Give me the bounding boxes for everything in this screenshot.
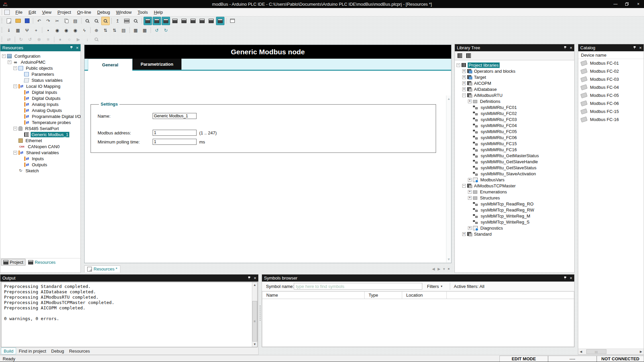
library-item-sysmbmrtu-fc16[interactable]: −sysMbMRtu_FC16 bbox=[455, 146, 574, 153]
device-in-icon[interactable]: ⇅ bbox=[101, 26, 110, 35]
print-preview-button[interactable] bbox=[131, 17, 140, 25]
resources-item-parameters[interactable]: −Parameters bbox=[0, 71, 80, 77]
view-resources-toggle[interactable] bbox=[153, 17, 161, 25]
modbus-address-input[interactable] bbox=[153, 130, 197, 136]
debug-find-icon[interactable] bbox=[92, 35, 101, 44]
tab-scroll-left-icon[interactable]: ◀ bbox=[432, 267, 435, 271]
tab-project[interactable]: Project bbox=[1, 259, 25, 265]
resources-item-digital-inputs[interactable]: −⇄Digital Inputs bbox=[0, 89, 80, 95]
expand-icon[interactable]: + bbox=[462, 232, 466, 236]
pointer-icon[interactable]: + bbox=[32, 26, 40, 35]
menu-help[interactable]: Help bbox=[151, 9, 166, 15]
catalog-item-modbus-fc-05[interactable]: Modbus FC-05 bbox=[578, 91, 644, 99]
library-item-enumerations[interactable]: +Enumerations bbox=[455, 189, 574, 195]
download-code-icon[interactable]: ⇓ bbox=[5, 26, 13, 35]
collapse-icon[interactable]: − bbox=[13, 66, 17, 70]
hot-restart-icon[interactable]: ↻ bbox=[17, 35, 25, 44]
resources-item-canopen-can0[interactable]: −CANCANopen CAN0 bbox=[0, 143, 80, 149]
undo-button[interactable]: ↶ bbox=[35, 17, 43, 25]
stop-icon[interactable]: ▪ bbox=[44, 26, 52, 35]
expand-icon[interactable]: + bbox=[462, 69, 466, 73]
scroll-right-icon[interactable]: ▶ bbox=[638, 350, 644, 353]
navigate-forward-icon[interactable]: ↻ bbox=[162, 26, 170, 35]
restore-layout-button[interactable] bbox=[228, 17, 236, 25]
memory-table-icon[interactable]: ▤ bbox=[119, 26, 128, 35]
library-item-sysmbmrtu-getslavestatus[interactable]: −sysMbMRtu_GetSlaveStatus bbox=[455, 165, 574, 171]
library-item-operators-and-blocks[interactable]: +Operators and blocks bbox=[455, 68, 574, 74]
record-icon-2[interactable]: ◉ bbox=[62, 26, 70, 35]
menu-tools[interactable]: Tools bbox=[135, 9, 151, 15]
menu-file[interactable]: File bbox=[12, 9, 25, 15]
view-oscilloscope-toggle[interactable] bbox=[180, 17, 188, 25]
grid-alt-icon[interactable]: ▦ bbox=[141, 26, 149, 35]
collapse-icon[interactable]: − bbox=[8, 60, 11, 64]
catalog-item-modbus-fc-04[interactable]: Modbus FC-04 bbox=[578, 83, 644, 91]
close-icon[interactable]: × bbox=[639, 46, 642, 50]
catalog-item-modbus-fc-06[interactable]: Modbus FC-06 bbox=[578, 99, 644, 107]
pin-icon[interactable] bbox=[70, 46, 73, 50]
library-item-sysmbmrtu-getmasterstatus[interactable]: −sysMbMRtu_GetMasterStatus bbox=[455, 153, 574, 159]
close-button[interactable]: × bbox=[633, 0, 644, 8]
library-item-sysmbmrtu-slaveactivation[interactable]: −sysMbMRtu_SlaveActivation bbox=[455, 171, 574, 177]
scrollbar-thumb[interactable]: ≡ bbox=[252, 301, 257, 342]
catalog-item-modbus-fc-01[interactable]: Modbus FC-01 bbox=[578, 59, 644, 67]
library-item-sysmbmrtu-fc05[interactable]: −sysMbMRtu_FC05 bbox=[455, 128, 574, 134]
library-item-sysmbmrtu-fc06[interactable]: −sysMbMRtu_FC06 bbox=[455, 134, 574, 140]
library-item-sysmbmtcp-writereg-s[interactable]: −sysMbMTcp_WriteReg_S bbox=[455, 219, 574, 225]
open-project-button[interactable] bbox=[14, 17, 22, 25]
menu-view[interactable]: View bbox=[39, 9, 54, 15]
close-icon[interactable]: × bbox=[76, 46, 78, 50]
view-crossref-toggle[interactable] bbox=[198, 17, 206, 25]
redo-button[interactable]: ↷ bbox=[44, 17, 52, 25]
find-in-project-button[interactable] bbox=[101, 17, 110, 25]
resources-item-rs485-serialport[interactable]: −RS485 SerialPort bbox=[0, 125, 80, 131]
collapse-icon[interactable]: − bbox=[13, 84, 17, 88]
resources-item-generic-modbus-1[interactable]: −Generic Modbus_1 bbox=[0, 131, 80, 137]
collapse-icon[interactable]: − bbox=[462, 94, 466, 97]
tab-find-in-project[interactable]: Find in project bbox=[16, 348, 49, 354]
resources-item-outputs[interactable]: −⇄Outputs bbox=[0, 162, 80, 168]
library-item-aidatabase[interactable]: +AIDatabase bbox=[455, 86, 574, 92]
collapse-icon[interactable]: − bbox=[13, 151, 17, 155]
find-button[interactable] bbox=[83, 17, 92, 25]
tab-close-icon[interactable]: × bbox=[448, 267, 450, 271]
library-item-sysmbmrtu-getslavehandle[interactable]: −sysMbMRtu_GetSlaveHandle bbox=[455, 159, 574, 165]
close-icon[interactable]: × bbox=[570, 46, 572, 50]
catalog-item-modbus-fc-16[interactable]: Modbus FC-16 bbox=[578, 115, 644, 123]
library-item-sysmbmtcp-readreg-rw[interactable]: −sysMbMTcp_ReadReg_RW bbox=[455, 207, 574, 213]
catalog-column-header[interactable]: Device name bbox=[578, 51, 644, 59]
column-header-type[interactable]: Type bbox=[365, 292, 402, 299]
resources-item-inputs[interactable]: −⇄Inputs bbox=[0, 156, 80, 162]
minimize-button[interactable]: — bbox=[610, 0, 621, 8]
menu-project[interactable]: Project bbox=[54, 9, 74, 15]
library-item-sysmbmrtu-fc03[interactable]: −sysMbMRtu_FC03 bbox=[455, 116, 574, 122]
cancel-circle-icon[interactable]: ⊗ bbox=[35, 35, 43, 44]
add-object-button[interactable]: ↥ bbox=[113, 17, 122, 25]
view-library-tree-toggle[interactable] bbox=[162, 17, 170, 25]
paste-button[interactable]: ▤ bbox=[71, 17, 79, 25]
library-item-aicopm[interactable]: +AICOPM bbox=[455, 80, 574, 86]
find-replace-button[interactable] bbox=[92, 17, 101, 25]
resources-item-digital-outputs[interactable]: −⇄Digital Outputs bbox=[0, 95, 80, 101]
halt-icon[interactable]: ● bbox=[56, 35, 64, 44]
view-symbols-toggle[interactable] bbox=[216, 17, 224, 25]
simulation-swap-icon[interactable]: ⇄ bbox=[5, 35, 13, 44]
resources-item-ethernet[interactable]: −Ethernet bbox=[0, 137, 80, 143]
expand-icon[interactable]: + bbox=[468, 226, 472, 230]
wye-cable-icon[interactable]: Ψ bbox=[23, 26, 31, 35]
collapse-icon[interactable]: − bbox=[13, 127, 17, 130]
resources-item-shared-variables[interactable]: −⇄Shared variables bbox=[0, 149, 80, 156]
copy-button[interactable] bbox=[62, 17, 70, 25]
library-item-sysmbmrtu-fc04[interactable]: −sysMbMRtu_FC04 bbox=[455, 122, 574, 128]
collapse-icon[interactable]: − bbox=[457, 63, 460, 67]
panel-splitter[interactable] bbox=[259, 302, 262, 325]
catalog-item-modbus-fc-02[interactable]: Modbus FC-02 bbox=[578, 67, 644, 75]
menu-on-line[interactable]: On-line bbox=[74, 9, 94, 15]
expand-icon[interactable]: + bbox=[462, 87, 466, 91]
expand-icon[interactable]: + bbox=[468, 100, 472, 103]
navigate-back-icon[interactable]: ↺ bbox=[153, 26, 161, 35]
resources-item-local-io-mapping[interactable]: −⇄Local IO Mapping bbox=[0, 83, 80, 89]
menu-debug[interactable]: Debug bbox=[94, 9, 113, 15]
output-scrollbar[interactable]: ▲ ≡ ▼ bbox=[252, 282, 257, 347]
close-icon[interactable]: × bbox=[254, 276, 256, 280]
